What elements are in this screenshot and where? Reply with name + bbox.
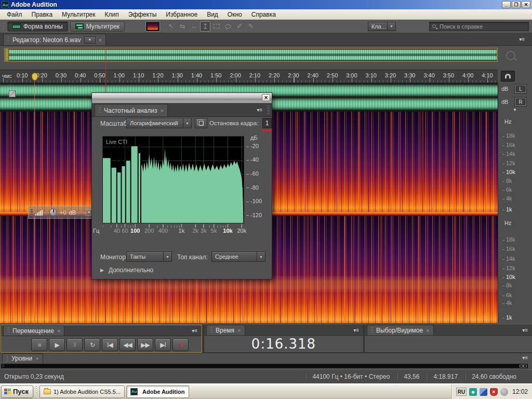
playhead-pin[interactable] xyxy=(32,73,38,81)
frequency-plot[interactable] xyxy=(102,136,244,223)
ruler-label-3:10: 3:10 xyxy=(362,72,380,78)
dialog-tab-close-icon[interactable]: × xyxy=(160,108,163,113)
channel-dropdown[interactable]: Среднее ▼ xyxy=(211,251,265,262)
lasso-selection-tool-icon[interactable] xyxy=(223,22,233,30)
dialog-title-bar[interactable]: ✕ xyxy=(92,93,272,103)
start-button[interactable]: Пуск xyxy=(1,385,33,398)
overview-left-handle[interactable] xyxy=(5,49,9,61)
slip-tool-icon[interactable]: ⇆ xyxy=(177,22,188,30)
editor-tab-dropdown[interactable]: ▼ xyxy=(84,36,96,44)
multitrack-view-button[interactable]: Мультитрек xyxy=(70,21,125,32)
monitor-dropdown[interactable]: Такты ▼ xyxy=(126,251,172,262)
volume-tray-icon[interactable] xyxy=(500,388,508,396)
spectral-display-toggle[interactable] xyxy=(145,21,160,32)
time-tab[interactable]: Время × xyxy=(206,325,245,335)
record-button[interactable]: ● xyxy=(172,338,189,351)
time-panel-menu-icon[interactable]: ▾≡ xyxy=(353,327,359,333)
overview-strip[interactable] xyxy=(4,48,498,62)
paintbrush-tool-icon[interactable]: ✐ xyxy=(234,22,245,30)
scale-dropdown[interactable]: Логарифмический ▼ xyxy=(126,118,192,128)
minimize-button[interactable]: _ xyxy=(502,1,511,8)
ruler-label-4:10: 4:10 xyxy=(478,72,497,78)
scale-arrow-icon[interactable]: ▼ xyxy=(513,108,517,112)
freq-tick-20k: 20k xyxy=(234,228,249,234)
multitrack-view-label: Мультитрек xyxy=(86,23,119,30)
security-shield-icon[interactable]: ✕ xyxy=(490,388,498,396)
stretch-tool-icon[interactable]: ↔ xyxy=(189,22,199,30)
pencil-tool-icon[interactable]: ✎ xyxy=(246,22,256,30)
menu-item-4[interactable]: Эффекты xyxy=(124,10,162,19)
workspace-dropdown[interactable]: Кла... ▼ xyxy=(368,22,396,31)
copy-graph-button[interactable] xyxy=(195,118,207,128)
pause-button[interactable]: II xyxy=(66,338,83,351)
bottom-panel-row: Перемещение × ▾≡ ■▶II↻I◀◀◀▶▶▶I● Время × … xyxy=(0,325,532,353)
play-button[interactable]: ▶ xyxy=(49,338,65,351)
frequency-analysis-dialog[interactable]: ✕ Частотный анализ × ▾≡ Масштаб: Логариф… xyxy=(91,92,272,280)
marquee-selection-tool-icon[interactable] xyxy=(211,22,222,30)
ruler-label-1:00: 1:00 xyxy=(110,72,128,78)
waveform-view-button[interactable]: Форма волны xyxy=(7,21,68,32)
clip-indicator[interactable] xyxy=(520,365,527,367)
advanced-expander[interactable]: ▶ Дополнительно xyxy=(100,267,153,274)
volume-hud[interactable]: +0 dB × xyxy=(28,206,95,219)
menu-item-8[interactable]: Справка xyxy=(247,10,281,19)
menu-item-3[interactable]: Клип xyxy=(100,10,124,19)
network-icon[interactable] xyxy=(480,388,487,396)
hud-grip[interactable] xyxy=(31,209,33,216)
language-indicator[interactable]: RU xyxy=(456,388,467,396)
go-to-end-button[interactable]: ▶I xyxy=(155,338,171,351)
file-duration: 4:18.917 xyxy=(433,373,458,380)
menu-item-7[interactable]: Окно xyxy=(223,10,247,19)
tray-app-icon[interactable]: ◉ xyxy=(469,388,477,396)
snap-button[interactable] xyxy=(501,71,515,82)
menu-item-1[interactable]: Правка xyxy=(27,10,58,19)
transport-panel-menu-icon[interactable]: ▾≡ xyxy=(192,328,197,334)
editor-file-tab[interactable]: Редактор: Neoton 6.wav ▼ × xyxy=(3,34,106,45)
loop-play-button[interactable]: ↻ xyxy=(84,338,100,351)
menu-item-6[interactable]: Вид xyxy=(202,10,223,19)
transport-tab[interactable]: Перемещение × xyxy=(3,325,64,336)
editor-tab-close-icon[interactable]: × xyxy=(99,37,102,43)
move-tool-icon[interactable]: ↖ xyxy=(166,22,176,30)
editor-panel-menu-icon[interactable]: ▾≡ xyxy=(519,36,525,42)
taskbar-clock[interactable]: 12:02 xyxy=(512,388,528,395)
right-channel-button[interactable]: R xyxy=(515,98,526,106)
dialog-close-button[interactable]: ✕ xyxy=(262,94,270,101)
current-time-display[interactable]: 0:16.318 xyxy=(204,336,363,352)
left-channel-button[interactable]: L xyxy=(515,85,526,93)
go-to-start-button[interactable]: I◀ xyxy=(102,338,118,351)
menu-item-5[interactable]: Избранное xyxy=(161,10,202,19)
taskbar-item-audition[interactable]: Au Adobe Audition xyxy=(126,385,189,398)
dialog-panel-menu-icon[interactable]: ▾≡ xyxy=(257,107,262,113)
search-input[interactable] xyxy=(438,23,526,30)
gain-knob[interactable] xyxy=(49,208,57,216)
close-button[interactable]: ✕ xyxy=(522,1,530,8)
restore-button[interactable]: ❐ xyxy=(512,1,521,8)
gain-value[interactable]: +0 xyxy=(60,209,66,216)
levels-panel-menu-icon[interactable]: ▾≡ xyxy=(522,355,528,361)
selection-handle[interactable] xyxy=(9,90,16,97)
time-selection-tool-icon[interactable]: ⌶ xyxy=(200,21,210,32)
overview-waveform[interactable] xyxy=(9,49,497,61)
selection-tab-close-icon[interactable]: × xyxy=(426,328,429,333)
selection-view-tab[interactable]: Выбор/Видимое × xyxy=(367,325,434,335)
stop-frame-value[interactable]: 1 xyxy=(262,118,272,128)
levels-tab[interactable]: Уровни × xyxy=(2,353,43,363)
fast-forward-button[interactable]: ▶▶ xyxy=(137,338,153,351)
marquee-icon xyxy=(214,24,220,29)
toolbar-grip[interactable] xyxy=(3,22,5,31)
menu-item-0[interactable]: Файл xyxy=(2,10,27,19)
transport-tab-close-icon[interactable]: × xyxy=(57,328,60,334)
levels-tab-close-icon[interactable]: × xyxy=(35,356,38,361)
rewind-button[interactable]: ◀◀ xyxy=(119,338,136,351)
time-tab-close-icon[interactable]: × xyxy=(237,328,241,333)
timeline-ruler[interactable]: чмс 0:100:200:300:400:501:001:101:201:30… xyxy=(0,70,498,83)
taskbar-item-folder[interactable]: 1) Adobe Audition CS5.5... xyxy=(39,385,125,398)
frequency-analysis-tab[interactable]: Частотный анализ × xyxy=(95,104,168,116)
dialog-grip[interactable] xyxy=(267,105,270,114)
stop-button[interactable]: ■ xyxy=(31,338,47,351)
menu-item-2[interactable]: Мультитрек xyxy=(57,10,100,19)
selection-panel-menu-icon[interactable]: ▾≡ xyxy=(522,327,528,333)
zoom-navigate-icon[interactable] xyxy=(506,51,515,60)
freq-tick-10k: 10k xyxy=(220,228,235,234)
